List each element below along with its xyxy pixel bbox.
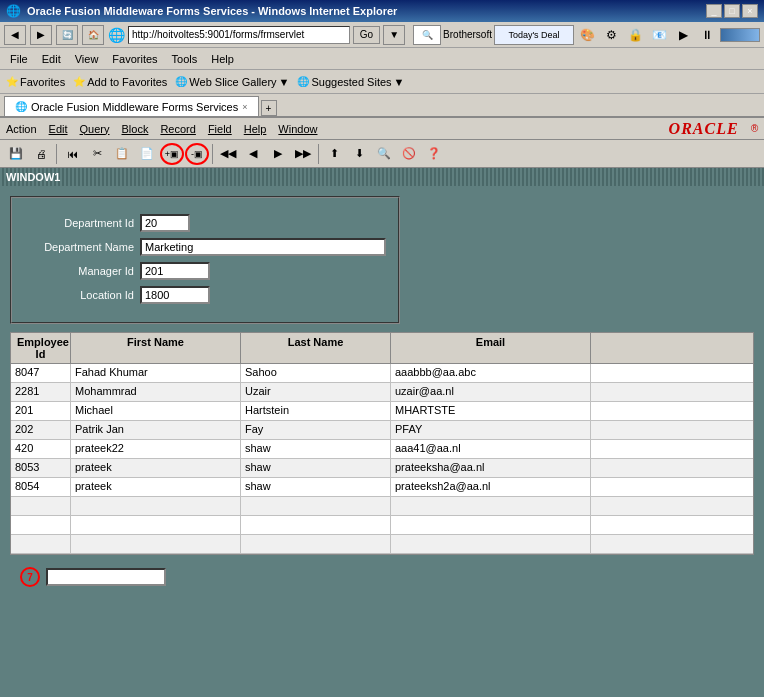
web-slice-label: Web Slice Gallery [189, 76, 276, 88]
location-id-input[interactable] [140, 286, 210, 304]
menu-help[interactable]: Help [205, 52, 240, 66]
table-row[interactable]: 8047 Fahad Khumar Sahoo aaabbb@aa.abc [11, 364, 753, 383]
cell-emp-id: 8053 [11, 459, 71, 477]
cell-emp-id [11, 516, 71, 534]
copy-button[interactable]: 📋 [110, 143, 134, 165]
table-row[interactable]: 202 Patrik Jan Fay PFAY [11, 421, 753, 440]
menu-edit[interactable]: Edit [36, 52, 67, 66]
ie-fav-icon: 🌐 [175, 76, 187, 87]
icon1[interactable]: 🎨 [576, 25, 598, 45]
address-input[interactable] [128, 26, 350, 44]
table-row[interactable] [11, 535, 753, 554]
help-toolbar-button[interactable]: ❓ [422, 143, 446, 165]
browser-icon: 🌐 [6, 4, 21, 18]
tab-close-button[interactable]: × [242, 102, 247, 112]
stop-button[interactable]: 🚫 [397, 143, 421, 165]
menu-view[interactable]: View [69, 52, 105, 66]
favorites-bar: ⭐ Favorites ⭐ Add to Favorites 🌐 Web Sli… [0, 70, 764, 94]
cell-last-name: Sahoo [241, 364, 391, 382]
refresh-button[interactable]: 🔄 [56, 25, 78, 45]
star-icon: ⭐ [6, 76, 18, 87]
table-row[interactable] [11, 516, 753, 535]
dropdown-button[interactable]: ▼ [383, 25, 405, 45]
new-tab-button[interactable]: + [261, 100, 277, 116]
manager-id-input[interactable] [140, 262, 210, 280]
home-button[interactable]: 🏠 [82, 25, 104, 45]
icon6[interactable]: ⏸ [696, 25, 718, 45]
insert-record-button[interactable]: +▣ [160, 143, 184, 165]
icon2[interactable]: ⚙ [600, 25, 622, 45]
cell-first-name: prateek [71, 478, 241, 496]
cell-emp-id: 201 [11, 402, 71, 420]
suggested-sites-button[interactable]: 🌐 Suggested Sites ▼ [297, 76, 404, 88]
forms-menu-window[interactable]: Window [278, 123, 317, 135]
forms-menu-block[interactable]: Block [122, 123, 149, 135]
prev-record-button[interactable]: ◀ [241, 143, 265, 165]
next-record-button[interactable]: ▶ [266, 143, 290, 165]
cell-first-name: prateek22 [71, 440, 241, 458]
go-button[interactable]: Go [353, 26, 380, 44]
window-title-bar: WINDOW1 [0, 168, 764, 186]
employee-grid: Employee Id First Name Last Name Email 8… [10, 332, 754, 555]
favorites-button[interactable]: ⭐ Favorites [6, 76, 65, 88]
add-favorites-button[interactable]: ⭐ Add to Favorites [73, 76, 167, 88]
maximize-button[interactable]: □ [724, 4, 740, 18]
prev-nav-button[interactable]: ◀◀ [216, 143, 240, 165]
search-bar-icon[interactable]: 🔍 [413, 25, 441, 45]
cell-first-name: Fahad Khumar [71, 364, 241, 382]
query-button[interactable]: 🔍 [372, 143, 396, 165]
table-row[interactable]: 2281 Mohammrad Uzair uzair@aa.nl [11, 383, 753, 402]
forms-menu-field[interactable]: Field [208, 123, 232, 135]
next-nav-button[interactable]: ▶▶ [291, 143, 315, 165]
dept-name-input[interactable] [140, 238, 386, 256]
up-button[interactable]: ⬆ [322, 143, 346, 165]
forms-menu-help[interactable]: Help [244, 123, 267, 135]
back-button[interactable]: ◀ [4, 25, 26, 45]
status-input[interactable] [46, 568, 166, 586]
icon4[interactable]: 📧 [648, 25, 670, 45]
cut-button[interactable]: ✂ [85, 143, 109, 165]
minimize-button[interactable]: _ [706, 4, 722, 18]
table-row[interactable]: 201 Michael Hartstein MHARTSTE [11, 402, 753, 421]
forms-menu-action[interactable]: Action [6, 123, 37, 135]
icon5[interactable]: ▶ [672, 25, 694, 45]
window-name: WINDOW1 [6, 171, 60, 183]
menu-file[interactable]: File [4, 52, 34, 66]
table-row[interactable]: 8053 prateek shaw prateeksha@aa.nl [11, 459, 753, 478]
menu-favorites[interactable]: Favorites [106, 52, 163, 66]
cell-first-name [71, 535, 241, 553]
suggested-label: Suggested Sites [311, 76, 391, 88]
forms-menu-edit[interactable]: Edit [49, 123, 68, 135]
forward-button[interactable]: ▶ [30, 25, 52, 45]
table-row[interactable] [11, 497, 753, 516]
save-toolbar-button[interactable]: 💾 [4, 143, 28, 165]
cell-email [391, 497, 591, 515]
brothersoft-label: Brothersoft [443, 29, 492, 40]
icon3[interactable]: 🔒 [624, 25, 646, 45]
cell-first-name: Michael [71, 402, 241, 420]
cell-last-name: shaw [241, 459, 391, 477]
table-row[interactable]: 420 prateek22 shaw aaa41@aa.nl [11, 440, 753, 459]
active-tab[interactable]: 🌐 Oracle Fusion Middleware Forms Service… [4, 96, 259, 116]
forms-menu-query[interactable]: Query [80, 123, 110, 135]
location-id-row: Location Id [24, 286, 386, 304]
prev-block-button[interactable]: ⏮ [60, 143, 84, 165]
down-button[interactable]: ⬇ [347, 143, 371, 165]
cell-first-name [71, 497, 241, 515]
deal-button[interactable]: Today's Deal [494, 25, 574, 45]
cell-last-name [241, 497, 391, 515]
cell-last-name: Hartstein [241, 402, 391, 420]
paste-button[interactable]: 📄 [135, 143, 159, 165]
delete-record-button[interactable]: -▣ [185, 143, 209, 165]
print-toolbar-button[interactable]: 🖨 [29, 143, 53, 165]
menu-tools[interactable]: Tools [166, 52, 204, 66]
close-button[interactable]: × [742, 4, 758, 18]
dept-id-input[interactable] [140, 214, 190, 232]
table-row[interactable]: 8054 prateek shaw prateeksh2a@aa.nl [11, 478, 753, 497]
forms-menu-record[interactable]: Record [160, 123, 195, 135]
web-slice-button[interactable]: 🌐 Web Slice Gallery ▼ [175, 76, 289, 88]
address-bar: ◀ ▶ 🔄 🏠 🌐 Go ▼ 🔍 Brothersoft Today's Dea… [0, 22, 764, 48]
cell-last-name: Uzair [241, 383, 391, 401]
manager-id-row: Manager Id [24, 262, 386, 280]
dept-name-row: Department Name [24, 238, 386, 256]
